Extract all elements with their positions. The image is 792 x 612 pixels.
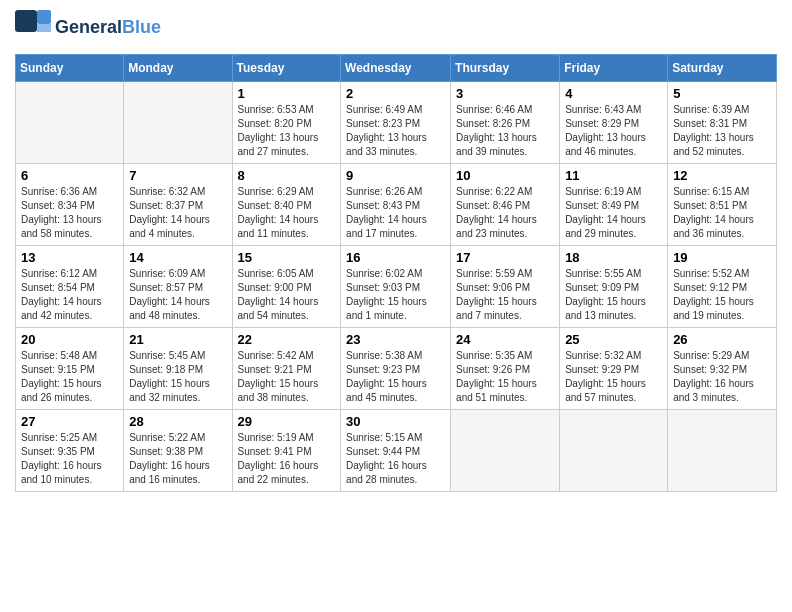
day-cell: 10Sunrise: 6:22 AM Sunset: 8:46 PM Dayli… — [451, 164, 560, 246]
day-cell: 9Sunrise: 6:26 AM Sunset: 8:43 PM Daylig… — [341, 164, 451, 246]
day-cell: 29Sunrise: 5:19 AM Sunset: 9:41 PM Dayli… — [232, 410, 341, 492]
day-cell — [16, 82, 124, 164]
day-cell — [451, 410, 560, 492]
day-number: 21 — [129, 332, 226, 347]
day-detail: Sunrise: 5:35 AM Sunset: 9:26 PM Dayligh… — [456, 349, 554, 405]
day-number: 23 — [346, 332, 445, 347]
day-cell: 18Sunrise: 5:55 AM Sunset: 9:09 PM Dayli… — [560, 246, 668, 328]
day-cell: 26Sunrise: 5:29 AM Sunset: 9:32 PM Dayli… — [668, 328, 777, 410]
day-cell: 8Sunrise: 6:29 AM Sunset: 8:40 PM Daylig… — [232, 164, 341, 246]
day-number: 10 — [456, 168, 554, 183]
logo-icon — [15, 10, 51, 46]
header-cell-wednesday: Wednesday — [341, 55, 451, 82]
day-detail: Sunrise: 6:43 AM Sunset: 8:29 PM Dayligh… — [565, 103, 662, 159]
day-number: 17 — [456, 250, 554, 265]
day-detail: Sunrise: 6:15 AM Sunset: 8:51 PM Dayligh… — [673, 185, 771, 241]
day-detail: Sunrise: 6:46 AM Sunset: 8:26 PM Dayligh… — [456, 103, 554, 159]
day-detail: Sunrise: 5:52 AM Sunset: 9:12 PM Dayligh… — [673, 267, 771, 323]
day-detail: Sunrise: 6:36 AM Sunset: 8:34 PM Dayligh… — [21, 185, 118, 241]
day-number: 29 — [238, 414, 336, 429]
day-cell — [124, 82, 232, 164]
day-detail: Sunrise: 6:02 AM Sunset: 9:03 PM Dayligh… — [346, 267, 445, 323]
header-cell-monday: Monday — [124, 55, 232, 82]
day-detail: Sunrise: 6:39 AM Sunset: 8:31 PM Dayligh… — [673, 103, 771, 159]
day-number: 16 — [346, 250, 445, 265]
week-row-4: 20Sunrise: 5:48 AM Sunset: 9:15 PM Dayli… — [16, 328, 777, 410]
calendar-table: SundayMondayTuesdayWednesdayThursdayFrid… — [15, 54, 777, 492]
day-number: 5 — [673, 86, 771, 101]
day-cell: 30Sunrise: 5:15 AM Sunset: 9:44 PM Dayli… — [341, 410, 451, 492]
day-detail: Sunrise: 5:29 AM Sunset: 9:32 PM Dayligh… — [673, 349, 771, 405]
day-cell: 17Sunrise: 5:59 AM Sunset: 9:06 PM Dayli… — [451, 246, 560, 328]
day-detail: Sunrise: 6:12 AM Sunset: 8:54 PM Dayligh… — [21, 267, 118, 323]
day-number: 14 — [129, 250, 226, 265]
day-number: 24 — [456, 332, 554, 347]
week-row-5: 27Sunrise: 5:25 AM Sunset: 9:35 PM Dayli… — [16, 410, 777, 492]
day-number: 11 — [565, 168, 662, 183]
day-detail: Sunrise: 6:09 AM Sunset: 8:57 PM Dayligh… — [129, 267, 226, 323]
day-cell — [668, 410, 777, 492]
day-cell: 3Sunrise: 6:46 AM Sunset: 8:26 PM Daylig… — [451, 82, 560, 164]
header-row: SundayMondayTuesdayWednesdayThursdayFrid… — [16, 55, 777, 82]
day-detail: Sunrise: 5:38 AM Sunset: 9:23 PM Dayligh… — [346, 349, 445, 405]
header: GeneralBlue — [15, 10, 777, 46]
day-detail: Sunrise: 6:49 AM Sunset: 8:23 PM Dayligh… — [346, 103, 445, 159]
day-cell: 15Sunrise: 6:05 AM Sunset: 9:00 PM Dayli… — [232, 246, 341, 328]
day-detail: Sunrise: 5:32 AM Sunset: 9:29 PM Dayligh… — [565, 349, 662, 405]
day-cell: 12Sunrise: 6:15 AM Sunset: 8:51 PM Dayli… — [668, 164, 777, 246]
day-number: 19 — [673, 250, 771, 265]
day-cell: 1Sunrise: 6:53 AM Sunset: 8:20 PM Daylig… — [232, 82, 341, 164]
day-number: 6 — [21, 168, 118, 183]
day-detail: Sunrise: 6:26 AM Sunset: 8:43 PM Dayligh… — [346, 185, 445, 241]
day-cell: 28Sunrise: 5:22 AM Sunset: 9:38 PM Dayli… — [124, 410, 232, 492]
calendar-body: 1Sunrise: 6:53 AM Sunset: 8:20 PM Daylig… — [16, 82, 777, 492]
day-cell: 5Sunrise: 6:39 AM Sunset: 8:31 PM Daylig… — [668, 82, 777, 164]
day-cell: 22Sunrise: 5:42 AM Sunset: 9:21 PM Dayli… — [232, 328, 341, 410]
day-detail: Sunrise: 5:48 AM Sunset: 9:15 PM Dayligh… — [21, 349, 118, 405]
day-number: 3 — [456, 86, 554, 101]
day-cell — [560, 410, 668, 492]
day-number: 1 — [238, 86, 336, 101]
day-detail: Sunrise: 6:05 AM Sunset: 9:00 PM Dayligh… — [238, 267, 336, 323]
day-cell: 24Sunrise: 5:35 AM Sunset: 9:26 PM Dayli… — [451, 328, 560, 410]
header-cell-sunday: Sunday — [16, 55, 124, 82]
day-detail: Sunrise: 5:19 AM Sunset: 9:41 PM Dayligh… — [238, 431, 336, 487]
day-number: 26 — [673, 332, 771, 347]
day-number: 7 — [129, 168, 226, 183]
day-cell: 21Sunrise: 5:45 AM Sunset: 9:18 PM Dayli… — [124, 328, 232, 410]
day-number: 4 — [565, 86, 662, 101]
svg-marker-2 — [37, 24, 51, 32]
day-cell: 4Sunrise: 6:43 AM Sunset: 8:29 PM Daylig… — [560, 82, 668, 164]
header-cell-thursday: Thursday — [451, 55, 560, 82]
header-cell-friday: Friday — [560, 55, 668, 82]
day-number: 28 — [129, 414, 226, 429]
day-number: 18 — [565, 250, 662, 265]
day-cell: 11Sunrise: 6:19 AM Sunset: 8:49 PM Dayli… — [560, 164, 668, 246]
logo: GeneralBlue — [15, 10, 161, 46]
day-cell: 19Sunrise: 5:52 AM Sunset: 9:12 PM Dayli… — [668, 246, 777, 328]
svg-rect-0 — [15, 10, 37, 32]
day-number: 27 — [21, 414, 118, 429]
day-cell: 20Sunrise: 5:48 AM Sunset: 9:15 PM Dayli… — [16, 328, 124, 410]
day-detail: Sunrise: 5:22 AM Sunset: 9:38 PM Dayligh… — [129, 431, 226, 487]
day-detail: Sunrise: 6:19 AM Sunset: 8:49 PM Dayligh… — [565, 185, 662, 241]
logo-name: GeneralBlue — [55, 18, 161, 38]
day-number: 12 — [673, 168, 771, 183]
day-cell: 25Sunrise: 5:32 AM Sunset: 9:29 PM Dayli… — [560, 328, 668, 410]
week-row-3: 13Sunrise: 6:12 AM Sunset: 8:54 PM Dayli… — [16, 246, 777, 328]
day-number: 30 — [346, 414, 445, 429]
header-cell-tuesday: Tuesday — [232, 55, 341, 82]
week-row-1: 1Sunrise: 6:53 AM Sunset: 8:20 PM Daylig… — [16, 82, 777, 164]
day-number: 15 — [238, 250, 336, 265]
day-detail: Sunrise: 5:42 AM Sunset: 9:21 PM Dayligh… — [238, 349, 336, 405]
day-detail: Sunrise: 6:29 AM Sunset: 8:40 PM Dayligh… — [238, 185, 336, 241]
svg-rect-1 — [37, 10, 51, 24]
day-number: 25 — [565, 332, 662, 347]
day-number: 22 — [238, 332, 336, 347]
calendar-header: SundayMondayTuesdayWednesdayThursdayFrid… — [16, 55, 777, 82]
day-detail: Sunrise: 5:15 AM Sunset: 9:44 PM Dayligh… — [346, 431, 445, 487]
day-detail: Sunrise: 5:59 AM Sunset: 9:06 PM Dayligh… — [456, 267, 554, 323]
day-number: 8 — [238, 168, 336, 183]
day-cell: 2Sunrise: 6:49 AM Sunset: 8:23 PM Daylig… — [341, 82, 451, 164]
day-number: 20 — [21, 332, 118, 347]
